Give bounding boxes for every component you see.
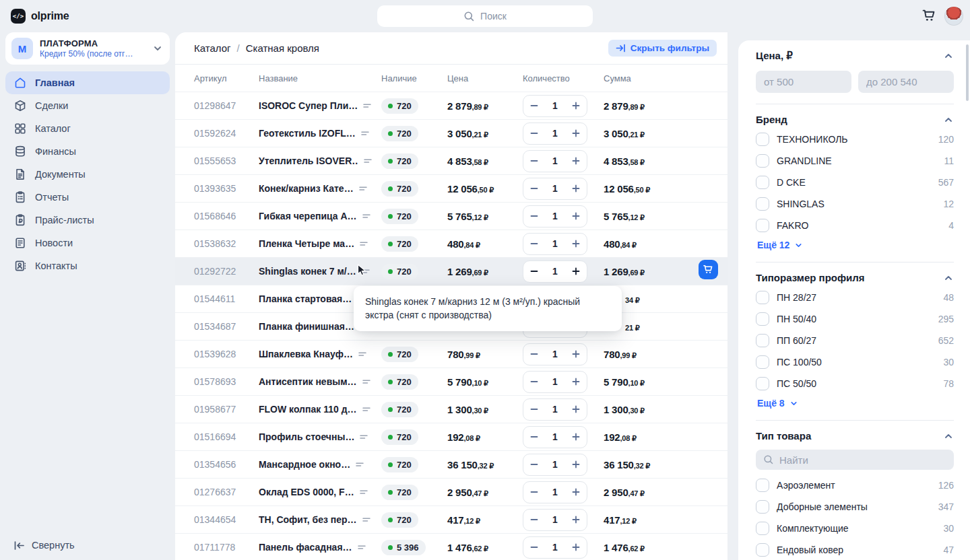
- sidebar-item-documents[interactable]: Документы: [5, 163, 170, 186]
- product-name-cell[interactable]: Пленка Четыре ма…: [259, 238, 381, 249]
- decrease-quantity-button[interactable]: [529, 487, 539, 497]
- quantity-value[interactable]: 1: [552, 404, 558, 415]
- table-row[interactable]: 01344654 ТН, Софит, без пер… 720 417,12 …: [175, 505, 728, 533]
- profile-show-more-link[interactable]: Ещё 8: [757, 398, 798, 409]
- increase-quantity-button[interactable]: [571, 184, 581, 193]
- checkbox[interactable]: [756, 500, 769, 514]
- filter-option[interactable]: ПС 50/50 78: [756, 373, 954, 394]
- quantity-value[interactable]: 1: [552, 128, 558, 139]
- checkbox[interactable]: [756, 154, 769, 168]
- product-name-cell[interactable]: Геотекстиль IZOFL…: [259, 128, 381, 139]
- decrease-quantity-button[interactable]: [529, 101, 539, 110]
- article-cell[interactable]: 01516694: [194, 431, 259, 442]
- quantity-stepper[interactable]: 1: [523, 123, 587, 145]
- quantity-stepper[interactable]: 1: [523, 509, 587, 531]
- decrease-quantity-button[interactable]: [529, 211, 539, 221]
- table-row[interactable]: 01393635 Конек/карниз Кате… 720 12 056,5…: [175, 174, 728, 202]
- article-cell[interactable]: 01534687: [194, 321, 259, 332]
- increase-quantity-button[interactable]: [571, 405, 581, 414]
- article-cell[interactable]: 01958677: [194, 404, 259, 415]
- increase-quantity-button[interactable]: [571, 460, 581, 469]
- checkbox[interactable]: [756, 479, 769, 492]
- sidebar-item-contacts[interactable]: Контакты: [5, 254, 170, 277]
- checkbox[interactable]: [756, 197, 769, 211]
- quantity-stepper[interactable]: 1: [523, 150, 587, 172]
- increase-quantity-button[interactable]: [571, 156, 581, 166]
- quantity-stepper[interactable]: 1: [523, 398, 587, 421]
- breadcrumb-root[interactable]: Каталог: [194, 42, 231, 54]
- checkbox[interactable]: [756, 133, 769, 146]
- quantity-value[interactable]: 1: [552, 431, 558, 442]
- quantity-value[interactable]: 1: [552, 100, 558, 111]
- chevron-up-icon[interactable]: [943, 50, 954, 61]
- decrease-quantity-button[interactable]: [529, 184, 539, 193]
- decrease-quantity-button[interactable]: [529, 129, 539, 138]
- sidebar-item-finance[interactable]: Финансы: [5, 140, 170, 163]
- article-cell[interactable]: 01568646: [194, 211, 259, 221]
- decrease-quantity-button[interactable]: [529, 542, 539, 552]
- product-name-cell[interactable]: Гибкая черепица А…: [259, 211, 381, 221]
- checkbox[interactable]: [756, 377, 769, 390]
- checkbox[interactable]: [756, 176, 769, 189]
- decrease-quantity-button[interactable]: [529, 156, 539, 166]
- chevron-up-icon[interactable]: [943, 114, 954, 125]
- scrollbar-thumb[interactable]: [966, 44, 969, 101]
- filter-option[interactable]: Ендовый ковер 47: [756, 539, 954, 560]
- filter-option[interactable]: ПН 50/40 295: [756, 308, 954, 330]
- user-avatar[interactable]: [944, 7, 963, 26]
- article-cell[interactable]: 01592624: [194, 128, 259, 139]
- filter-option[interactable]: SHINGLAS 12: [756, 193, 954, 215]
- table-row[interactable]: 01578693 Антисептик невым… 720 5 790,10 …: [175, 368, 728, 395]
- product-name-cell[interactable]: Конек/карниз Кате…: [259, 183, 381, 194]
- filter-option[interactable]: ПП 60/27 652: [756, 330, 954, 351]
- quantity-value[interactable]: 1: [552, 211, 558, 221]
- hide-filters-button[interactable]: Скрыть фильтры: [608, 40, 717, 57]
- filter-option[interactable]: Комплектующие 30: [756, 518, 954, 539]
- decrease-quantity-button[interactable]: [529, 515, 539, 524]
- table-row[interactable]: 01276637 Оклад EDS 0000, F… 720 2 950,47…: [175, 478, 728, 505]
- table-row[interactable]: 01592624 Геотекстиль IZOFL… 720 3 050,21…: [175, 119, 728, 147]
- product-name-cell[interactable]: FLOW колпак 110 д…: [259, 404, 381, 415]
- product-name-cell[interactable]: ISOROC Супер Пли…: [259, 100, 381, 111]
- decrease-quantity-button[interactable]: [529, 377, 539, 386]
- quantity-value[interactable]: 1: [552, 376, 558, 387]
- quantity-stepper[interactable]: 1: [523, 343, 587, 365]
- collapse-sidebar-button[interactable]: Свернуть: [13, 540, 75, 551]
- product-name-cell[interactable]: Утеплитель ISOVER…: [259, 155, 381, 166]
- article-cell[interactable]: 01292722: [194, 266, 259, 277]
- quantity-value[interactable]: 1: [552, 514, 558, 525]
- price-to-input[interactable]: [858, 71, 954, 93]
- article-cell[interactable]: 01393635: [194, 183, 259, 194]
- product-name-cell[interactable]: Профиль стоечны…: [259, 431, 381, 442]
- product-name-cell[interactable]: Мансардное окно…: [259, 459, 381, 470]
- brand-show-more-link[interactable]: Ещё 12: [757, 240, 803, 250]
- quantity-stepper[interactable]: 1: [523, 205, 587, 228]
- quantity-stepper[interactable]: 1: [523, 95, 587, 117]
- product-name-cell[interactable]: Шпаклевка Кнауф…: [259, 349, 381, 359]
- quantity-value[interactable]: 1: [552, 155, 558, 166]
- article-cell[interactable]: 01555653: [194, 155, 259, 166]
- article-cell[interactable]: 01578693: [194, 376, 259, 387]
- add-to-cart-button[interactable]: [699, 260, 718, 279]
- increase-quantity-button[interactable]: [571, 349, 581, 359]
- increase-quantity-button[interactable]: [571, 432, 581, 442]
- filter-option[interactable]: ПН 28/27 48: [756, 287, 954, 308]
- article-cell[interactable]: 01539628: [194, 349, 259, 359]
- table-row[interactable]: 01298647 ISOROC Супер Пли… 720 2 879,89 …: [175, 92, 728, 119]
- sidebar-item-deals[interactable]: Сделки: [5, 94, 170, 117]
- quantity-stepper[interactable]: 1: [523, 481, 587, 503]
- quantity-value[interactable]: 1: [552, 266, 558, 277]
- checkbox[interactable]: [756, 291, 769, 304]
- checkbox[interactable]: [756, 334, 769, 347]
- sidebar-item-news[interactable]: Новости: [5, 232, 170, 254]
- checkbox[interactable]: [756, 355, 769, 369]
- sidebar-item-reports[interactable]: Отчеты: [5, 186, 170, 209]
- increase-quantity-button[interactable]: [571, 542, 581, 552]
- product-name-cell[interactable]: Оклад EDS 0000, F…: [259, 487, 381, 497]
- global-search-input[interactable]: Поиск: [377, 5, 593, 27]
- increase-quantity-button[interactable]: [571, 267, 581, 276]
- increase-quantity-button[interactable]: [571, 211, 581, 221]
- table-row[interactable]: 01958677 FLOW колпак 110 д… 720 1 300,30…: [175, 395, 728, 423]
- quantity-stepper[interactable]: 1: [523, 426, 587, 448]
- decrease-quantity-button[interactable]: [529, 432, 539, 442]
